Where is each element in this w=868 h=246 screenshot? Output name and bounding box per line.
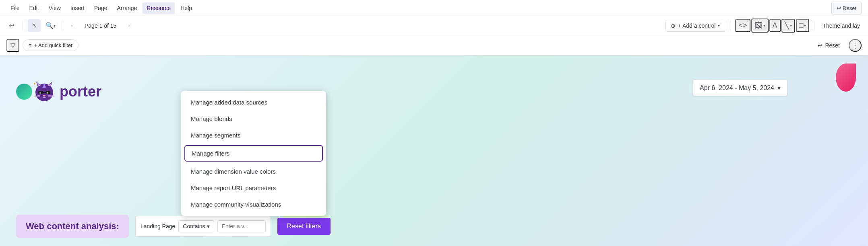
menu-file[interactable]: File [6, 2, 24, 14]
menu-edit[interactable]: Edit [25, 2, 43, 14]
shape-button[interactable]: □ ▾ [796, 19, 810, 32]
svg-point-11 [43, 95, 45, 96]
dropdown-item-data-sources-label: Manage added data sources [191, 99, 267, 106]
dropdown-item-blends-label: Manage blends [191, 115, 232, 122]
web-content-label: Web content analysis: [16, 215, 129, 238]
more-options-button[interactable]: ⋮ [849, 39, 862, 52]
reset-icon: ↩ [818, 42, 823, 49]
toolbar-divider-3 [730, 21, 730, 31]
shape-dropdown-icon: ▾ [804, 23, 806, 28]
toolbar-divider-1 [23, 21, 23, 31]
cursor-icon: ↖ [32, 22, 37, 29]
dropdown-item-url-params-label: Manage report URL parameters [191, 184, 276, 191]
image-dropdown-icon: ▾ [763, 23, 765, 28]
page-back-button[interactable]: ← [67, 19, 80, 32]
page-indicator: Page 1 of 15 [81, 23, 120, 29]
dropdown-item-dimension-colors[interactable]: Manage dimension value colors [181, 163, 326, 180]
toolbar: ↩ ↖ 🔍 ▾ ← Page 1 of 15 → ⊕ + Add a contr… [0, 16, 868, 35]
value-input[interactable] [217, 220, 266, 232]
line-button[interactable]: ╲ ▾ [781, 19, 795, 33]
text-button[interactable]: A [769, 19, 781, 32]
dropdown-item-dimension-colors-label: Manage dimension value colors [191, 168, 276, 175]
contains-dropdown-icon: ▾ [207, 223, 210, 230]
canvas-area: ★ ★ ✦ porter Apr 6, 2024 - May 5, 2024 ▾ [0, 55, 868, 246]
date-dropdown-icon: ▾ [777, 84, 781, 92]
reset-button[interactable]: ↩ Reset [812, 40, 845, 51]
text-icon: A [773, 21, 777, 30]
porter-cat-icon: ★ ★ ✦ [32, 80, 56, 104]
image-icon: 🖼 [754, 21, 763, 30]
reset-header-label: Reset [843, 5, 856, 11]
pink-shape-accent [836, 64, 856, 92]
contains-label: Contains [183, 223, 205, 230]
svg-text:★: ★ [39, 92, 41, 94]
dropdown-item-community-viz-label: Manage community visualizations [191, 201, 281, 208]
page-navigation: ← Page 1 of 15 → [67, 19, 134, 32]
svg-rect-8 [43, 92, 45, 93]
porter-logo-text: porter [60, 83, 101, 100]
web-content-section: Web content analysis: Landing Page Conta… [16, 215, 868, 238]
reset-header-icon: ↩ [837, 5, 841, 11]
resource-dropdown: Manage added data sources Manage blends … [181, 91, 326, 216]
page-forward-button[interactable]: → [121, 19, 134, 32]
reset-label: Reset [825, 42, 840, 49]
code-icon: <> [738, 21, 747, 30]
forward-icon: → [124, 22, 131, 29]
menu-help[interactable]: Help [176, 2, 196, 14]
dropdown-item-filters-label: Manage filters [192, 150, 229, 157]
dropdown-item-filters[interactable]: Manage filters [184, 145, 323, 162]
theme-layout-text[interactable]: Theme and lay [819, 23, 863, 29]
dropdown-item-data-sources[interactable]: Manage added data sources [181, 94, 326, 111]
zoom-dropdown-icon: ▾ [54, 23, 56, 28]
zoom-button[interactable]: 🔍 ▾ [44, 19, 57, 32]
insert-tools: <> 🖼 ▾ A ╲ ▾ □ ▾ [735, 18, 809, 33]
reset-filters-label: Reset filters [287, 223, 321, 230]
date-range-picker[interactable]: Apr 6, 2024 - May 5, 2024 ▾ [693, 80, 787, 96]
dropdown-item-blends[interactable]: Manage blends [181, 111, 326, 127]
landing-page-filter: Landing Page Contains ▾ [135, 216, 271, 237]
back-icon: ← [70, 22, 76, 29]
undo-icon: ↩ [9, 22, 14, 29]
zoom-icon: 🔍 [45, 22, 54, 29]
main-content: ★ ★ ✦ porter Apr 6, 2024 - May 5, 2024 ▾ [0, 55, 868, 246]
menu-bar: File Edit View Insert Page Arrange Resou… [0, 0, 868, 16]
svg-text:✦: ✦ [33, 82, 36, 86]
menu-resource[interactable]: Resource [143, 2, 175, 14]
menu-page[interactable]: Page [90, 2, 112, 14]
undo-button[interactable]: ↩ [5, 19, 18, 32]
filter-lines-icon: ≡ [29, 42, 32, 48]
dropdown-item-url-params[interactable]: Manage report URL parameters [181, 180, 326, 196]
toolbar-divider-4 [814, 21, 814, 31]
add-control-button[interactable]: ⊕ + Add a control ▾ [665, 20, 725, 32]
code-button[interactable]: <> [735, 19, 750, 32]
add-control-label: + Add a control [678, 23, 716, 29]
add-control-icon: ⊕ [671, 23, 676, 29]
menu-view[interactable]: View [45, 2, 65, 14]
line-dropdown-icon: ▾ [790, 23, 792, 28]
toolbar-divider-2 [62, 21, 62, 31]
landing-page-label: Landing Page [141, 223, 175, 230]
green-circle-accent [16, 84, 32, 100]
shape-icon: □ [799, 21, 804, 30]
reset-header-button[interactable]: ↩ Reset [831, 2, 862, 14]
dropdown-item-community-viz[interactable]: Manage community visualizations [181, 196, 326, 213]
contains-select[interactable]: Contains ▾ [178, 220, 214, 232]
menu-arrange[interactable]: Arrange [113, 2, 141, 14]
image-button[interactable]: 🖼 ▾ [751, 18, 769, 33]
filter-icon-button[interactable]: ▽ [6, 39, 19, 52]
add-quick-filter-button[interactable]: ≡ + Add quick filter [23, 39, 79, 51]
dropdown-item-segments-label: Manage segments [191, 132, 240, 139]
dropdown-item-segments[interactable]: Manage segments [181, 127, 326, 144]
filter-bar: ▽ ≡ + Add quick filter ↩ Reset ⋮ [0, 35, 868, 55]
porter-logo: ★ ★ ✦ porter [32, 80, 101, 104]
filter-icon: ▽ [10, 41, 15, 49]
add-filter-label: + Add quick filter [34, 42, 73, 48]
reset-filters-button[interactable]: Reset filters [277, 218, 331, 235]
date-range-text: Apr 6, 2024 - May 5, 2024 [700, 84, 774, 92]
more-icon: ⋮ [851, 41, 859, 50]
add-control-dropdown-icon: ▾ [718, 23, 720, 28]
menu-insert[interactable]: Insert [66, 2, 89, 14]
cursor-button[interactable]: ↖ [28, 19, 41, 32]
svg-text:★: ★ [46, 92, 48, 94]
line-icon: ╲ [785, 21, 789, 30]
